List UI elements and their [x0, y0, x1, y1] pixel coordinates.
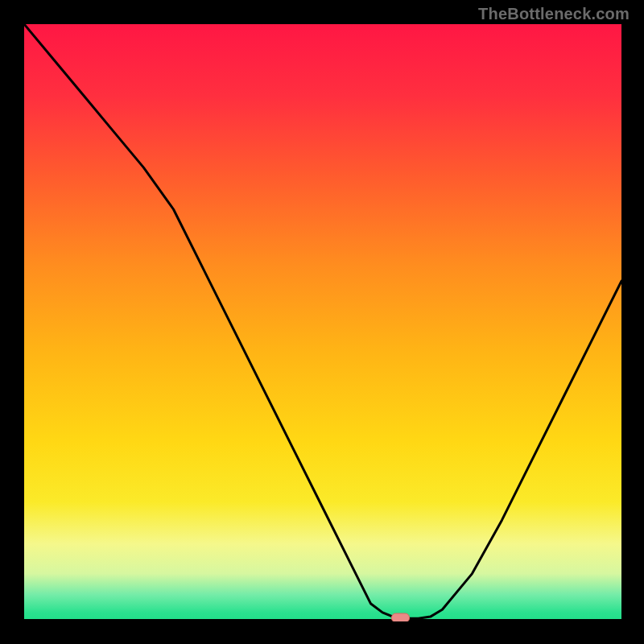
- watermark: TheBottleneck.com: [478, 5, 630, 23]
- bottleneck-chart: [24, 24, 621, 621]
- chart-frame: TheBottleneck.com: [0, 0, 644, 644]
- plot-background: [24, 24, 621, 621]
- optimal-point-marker: [392, 613, 410, 621]
